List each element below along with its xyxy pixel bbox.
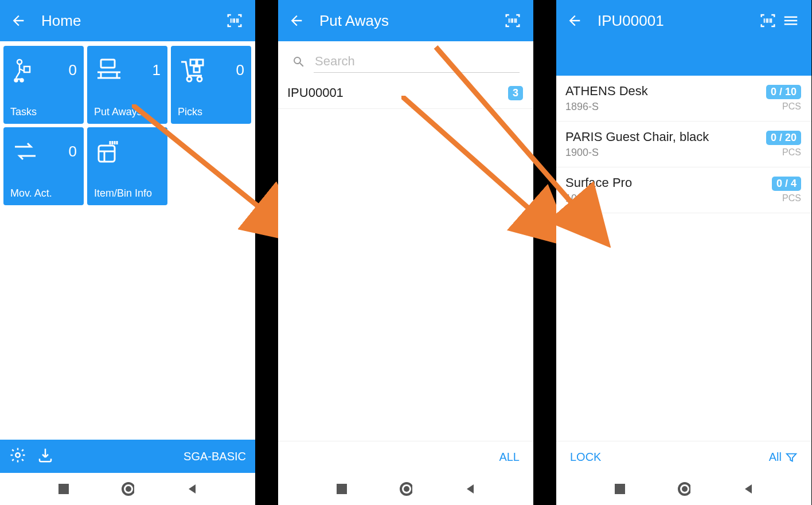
- page-title: Home: [41, 12, 223, 30]
- arrow-left-icon: [10, 13, 26, 29]
- list-item[interactable]: ATHENS Desk 1896-S 0 / 10 PCS: [556, 76, 811, 122]
- item-code: 1896-S: [565, 101, 648, 113]
- put-aways-list: IPU00001 3: [278, 77, 533, 109]
- search-input[interactable]: [314, 50, 520, 73]
- screen-put-aways: Put Aways IPU00001 3: [278, 0, 533, 505]
- footer: LOCK All: [556, 441, 811, 473]
- tile-label: Picks: [178, 106, 244, 118]
- barcode-scan-icon: [504, 12, 521, 29]
- footer-lock-button[interactable]: LOCK: [570, 451, 601, 464]
- nav-recent-button[interactable]: [335, 483, 348, 495]
- tile-label: Mov. Act.: [10, 187, 77, 199]
- footer-filter-label: All: [769, 451, 782, 464]
- item-name: Surface Pro: [565, 175, 632, 190]
- item-name: PARIS Guest Chair, black: [565, 130, 709, 144]
- svg-rect-10: [99, 146, 115, 162]
- qty-badge: 0 / 20: [766, 131, 801, 145]
- scan-button[interactable]: [223, 9, 246, 32]
- list-item[interactable]: IPU00001 3: [278, 77, 533, 109]
- item-code: 1000: [565, 193, 632, 205]
- hamburger-menu-icon: [782, 12, 799, 29]
- svg-rect-4: [101, 60, 115, 68]
- unit-label: PCS: [782, 101, 801, 112]
- move-icon: [10, 138, 42, 165]
- search-row: [278, 41, 533, 77]
- arrow-left-icon: [567, 13, 583, 29]
- item-code: IPU00001: [287, 85, 343, 100]
- tile-label: Item/Bin Info: [94, 187, 161, 199]
- tile-count: 1: [153, 61, 161, 79]
- svg-point-9: [197, 77, 202, 81]
- screen-put-away-detail: IPU00001 ATHENS Desk 1896-S 0 / 10 PCS: [556, 0, 811, 505]
- tile-tasks[interactable]: 0 Tasks: [3, 46, 84, 124]
- settings-button[interactable]: [9, 447, 26, 466]
- tile-count: 0: [236, 61, 244, 79]
- tile-mov-act[interactable]: 0 Mov. Act.: [3, 127, 84, 205]
- tile-count: 0: [69, 143, 77, 160]
- appbar: Put Aways: [278, 0, 533, 41]
- tile-label: Put Aways: [94, 106, 161, 118]
- screen-home: Home 0 Tasks: [0, 0, 255, 505]
- nav-back-button[interactable]: [742, 483, 755, 495]
- count-badge: 3: [508, 86, 523, 100]
- nav-home-button[interactable]: [678, 483, 690, 495]
- nav-recent-button[interactable]: [57, 483, 70, 495]
- footer-filter-button[interactable]: All: [769, 451, 798, 464]
- scan-button[interactable]: [756, 9, 779, 32]
- back-button[interactable]: [565, 11, 584, 30]
- menu-button[interactable]: [779, 9, 802, 32]
- filter-icon: [785, 451, 798, 464]
- gear-icon: [9, 447, 26, 464]
- svg-rect-21: [615, 484, 625, 494]
- put-aways-icon: [94, 56, 126, 84]
- bottom-bar: SGA-BASIC: [0, 440, 255, 473]
- nav-home-button[interactable]: [400, 483, 412, 495]
- svg-rect-6: [197, 60, 203, 65]
- svg-point-15: [126, 486, 131, 492]
- item-list: ATHENS Desk 1896-S 0 / 10 PCS PARIS Gues…: [556, 76, 811, 213]
- svg-line-16: [401, 96, 551, 228]
- tasks-icon: [10, 56, 42, 84]
- item-code: 1900-S: [565, 147, 709, 159]
- back-button[interactable]: [9, 11, 28, 30]
- unit-label: PCS: [782, 147, 801, 158]
- svg-point-8: [187, 77, 192, 81]
- tile-item-bin-info[interactable]: Item/Bin Info: [87, 127, 167, 205]
- android-nav-bar: [278, 473, 533, 505]
- tile-label: Tasks: [10, 106, 77, 118]
- download-icon: [37, 447, 54, 464]
- search-icon: [292, 55, 306, 69]
- item-bin-info-icon: [94, 138, 126, 165]
- qty-badge: 0 / 4: [772, 177, 801, 191]
- svg-point-19: [404, 486, 409, 492]
- tile-put-aways[interactable]: 1 Put Aways: [87, 46, 167, 124]
- sub-header: [556, 41, 811, 76]
- svg-point-2: [15, 79, 18, 82]
- list-item[interactable]: PARIS Guest Chair, black 1900-S 0 / 20 P…: [556, 122, 811, 167]
- appbar: IPU00001: [556, 0, 811, 41]
- svg-rect-1: [24, 66, 30, 72]
- svg-rect-13: [58, 484, 69, 494]
- tile-count: 0: [69, 61, 77, 79]
- barcode-scan-icon: [226, 12, 243, 29]
- page-title: IPU00001: [598, 12, 756, 30]
- tile-grid: 0 Tasks 1 Put Aways: [0, 41, 255, 210]
- footer-all-button[interactable]: ALL: [499, 451, 520, 464]
- list-item[interactable]: Surface Pro 1000 0 / 4 PCS: [556, 167, 811, 213]
- footer-text: SGA-BASIC: [184, 450, 246, 463]
- nav-back-button[interactable]: [464, 483, 477, 495]
- back-button[interactable]: [287, 11, 306, 30]
- android-nav-bar: [0, 473, 255, 505]
- picks-icon: [178, 56, 210, 84]
- scan-button[interactable]: [501, 9, 524, 32]
- nav-home-button[interactable]: [122, 483, 134, 495]
- nav-back-button[interactable]: [186, 483, 198, 495]
- appbar: Home: [0, 0, 255, 41]
- annotation-arrow-icon: [401, 96, 573, 262]
- download-button[interactable]: [37, 447, 54, 466]
- tile-picks[interactable]: 0 Picks: [171, 46, 251, 124]
- page-title: Put Aways: [319, 12, 501, 30]
- nav-recent-button[interactable]: [614, 483, 626, 495]
- qty-badge: 0 / 10: [766, 85, 801, 99]
- footer: ALL: [278, 441, 533, 473]
